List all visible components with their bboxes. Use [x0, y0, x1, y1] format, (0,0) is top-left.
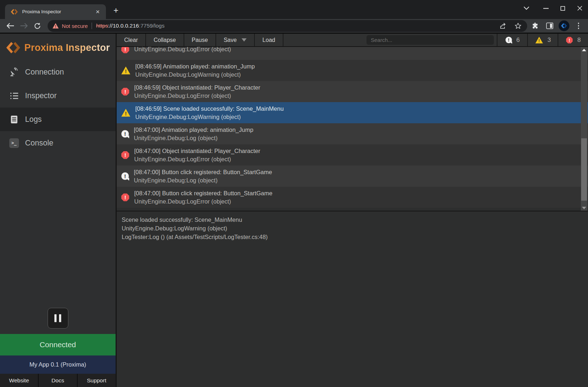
info-icon: [505, 37, 512, 43]
warning-count: 3: [548, 37, 551, 44]
not-secure-label: Not secure: [62, 23, 88, 29]
pause-stream-button[interactable]: [48, 308, 68, 329]
url-text: https://10.0.0.216:7759/logs: [96, 23, 164, 29]
log-row[interactable]: [08:47:00] Animation played: animation_J…: [117, 123, 588, 144]
back-button[interactable]: [4, 20, 17, 32]
brand: Proxima Inspector: [0, 34, 116, 60]
log-row[interactable]: UnityEngine.Debug:LogError (object): [117, 47, 588, 60]
sidebar-item-logs[interactable]: Logs: [0, 108, 116, 131]
log-row-selected[interactable]: [08:46:59] Scene loaded successfully: Sc…: [117, 102, 588, 123]
log-detail-panel: Scene loaded successfully: Scene_MainMen…: [117, 211, 588, 387]
save-button[interactable]: Save: [216, 34, 255, 46]
error-icon: [121, 88, 129, 96]
scroll-up-arrow-icon[interactable]: [581, 47, 587, 53]
error-icon: [121, 47, 129, 53]
satellite-dish-icon: [9, 67, 19, 77]
log-row[interactable]: [08:46:59] Object instantiated: Player_C…: [117, 81, 588, 102]
detail-stack: UnityEngine.Debug:LogWarning (object): [122, 224, 583, 233]
warning-icon: [121, 67, 130, 75]
pause-button[interactable]: Pause: [184, 34, 216, 46]
bookmark-star-icon[interactable]: [512, 20, 524, 31]
info-icon: [121, 172, 129, 180]
url-scheme: https: [96, 23, 108, 29]
favicon-proxima-icon: [11, 8, 18, 15]
sidebar-item-console[interactable]: >_ Console: [0, 131, 116, 155]
toolbar-spacer: [283, 34, 366, 46]
document-logs-icon: [9, 115, 19, 124]
brand-title: Proxima Inspector: [24, 42, 110, 53]
collapse-button[interactable]: Collapse: [146, 34, 184, 46]
window-minimize-button[interactable]: [538, 0, 554, 16]
info-count-filter[interactable]: 6: [497, 34, 527, 46]
new-tab-button[interactable]: +: [109, 3, 123, 18]
log-row[interactable]: [08:47:00] Object instantiated: Player_C…: [117, 144, 588, 166]
connection-status-badge: Connected: [0, 334, 116, 355]
app-info-bar: My App 0.1 (Proxima): [0, 355, 116, 374]
share-icon[interactable]: [497, 20, 509, 31]
error-icon: [566, 37, 573, 43]
detail-message: Scene loaded successfully: Scene_MainMen…: [122, 215, 583, 224]
not-secure-warning-icon: [53, 23, 59, 29]
browser-titlebar: Proxima Inspector × +: [0, 0, 588, 19]
sidebar-item-label: Inspector: [25, 91, 57, 100]
pause-icon: [59, 314, 61, 322]
tab-title: Proxima Inspector: [22, 9, 93, 14]
log-scrollbar[interactable]: [581, 47, 587, 211]
list-tree-icon: [9, 91, 19, 101]
pause-icon: [54, 314, 57, 322]
warning-icon: [121, 109, 130, 117]
sidebar-item-connection[interactable]: Connection: [0, 60, 116, 84]
clear-button[interactable]: Clear: [117, 34, 146, 46]
side-panel-icon[interactable]: [543, 20, 556, 32]
sidebar-item-label: Console: [25, 139, 53, 148]
tab-close-icon[interactable]: ×: [93, 7, 102, 16]
save-dropdown-caret-icon[interactable]: [242, 38, 247, 42]
logs-page: Clear Collapse Pause Save Load 6 3: [117, 34, 588, 387]
footer-link-support[interactable]: Support: [77, 374, 116, 387]
log-row[interactable]: [08:47:00] Button click registered: Butt…: [117, 187, 588, 208]
info-count: 6: [516, 37, 520, 44]
info-icon: [121, 130, 129, 138]
scroll-down-arrow-icon[interactable]: [581, 205, 587, 211]
proxima-logo-icon: [6, 41, 20, 54]
omnibox-divider: [92, 23, 92, 29]
sidebar: Proxima Inspector Connection: [0, 34, 117, 387]
browser-menu-kebab-icon[interactable]: [572, 20, 585, 32]
browser-tab[interactable]: Proxima Inspector ×: [5, 4, 106, 19]
error-icon: [121, 194, 129, 201]
window-close-button[interactable]: [571, 0, 588, 16]
error-count: 8: [577, 37, 580, 44]
logs-toolbar: Clear Collapse Pause Save Load 6 3: [117, 34, 588, 47]
url-host: ://10.0.0.216: [108, 23, 139, 29]
warning-icon: [535, 37, 543, 43]
proxima-app: Proxima Inspector Connection: [0, 33, 588, 387]
warning-count-filter[interactable]: 3: [527, 34, 558, 46]
error-icon: [121, 151, 129, 159]
not-secure-badge[interactable]: Not secure: [53, 23, 88, 29]
detail-source: LogTester:Log () (at Assets/TestScripts/…: [122, 233, 583, 241]
forward-button[interactable]: [18, 20, 30, 32]
sidebar-item-inspector[interactable]: Inspector: [0, 84, 116, 108]
log-row[interactable]: [08:47:00] Button click registered: Butt…: [117, 166, 588, 187]
sidebar-footer: Website Docs Support: [0, 374, 116, 387]
sidebar-item-label: Logs: [25, 115, 42, 124]
browser-window: Proxima Inspector × +: [0, 0, 588, 387]
load-button[interactable]: Load: [255, 34, 283, 46]
tab-search-chevron-icon[interactable]: [518, 0, 535, 16]
terminal-console-icon: >_: [9, 138, 19, 148]
footer-link-docs[interactable]: Docs: [38, 374, 77, 387]
log-list: UnityEngine.Debug:LogError (object) [08:…: [117, 47, 588, 211]
extensions-puzzle-icon[interactable]: [529, 20, 542, 32]
scrollbar-thumb[interactable]: [581, 138, 587, 201]
error-count-filter[interactable]: 8: [558, 34, 588, 46]
window-maximize-button[interactable]: [554, 0, 571, 16]
log-row[interactable]: [08:46:59] Animation played: animation_J…: [117, 60, 588, 81]
profile-avatar[interactable]: [558, 20, 571, 32]
footer-link-website[interactable]: Website: [0, 374, 38, 387]
url-omnibox[interactable]: Not secure https://10.0.0.216:7759/logs: [48, 20, 527, 32]
search-input[interactable]: [366, 35, 494, 45]
reload-button[interactable]: [31, 20, 44, 32]
browser-addressbar: Not secure https://10.0.0.216:7759/logs: [0, 19, 588, 33]
sidebar-item-label: Connection: [25, 68, 64, 77]
url-path: :7759/logs: [139, 23, 165, 29]
